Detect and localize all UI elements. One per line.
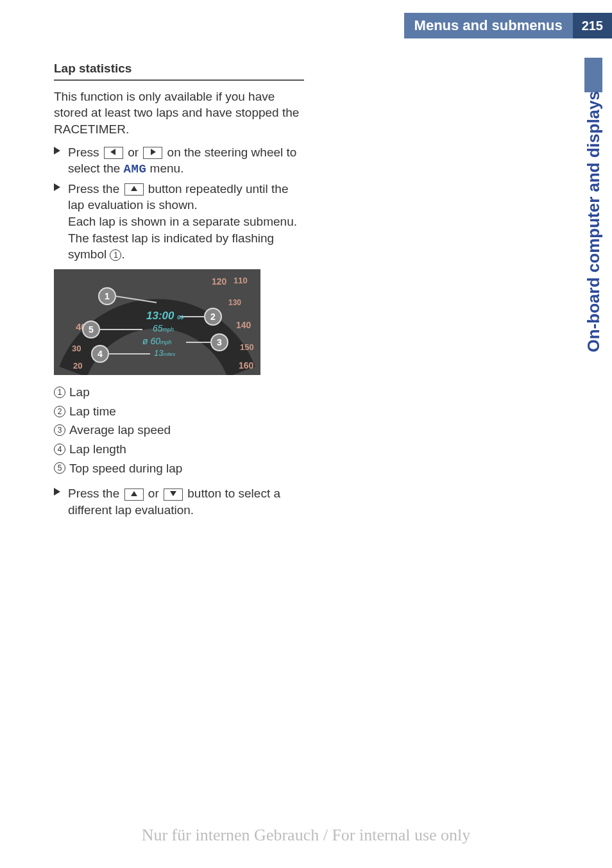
svg-marker-20 [170,491,176,496]
svg-text:1: 1 [105,291,110,301]
step-3-text-a: Press the [68,487,123,500]
down-button-icon [164,488,183,501]
step-1-text-or: or [128,146,142,159]
gauge-svg: 20 30 40 60 110 120 130 140 150 160 1 5 [54,269,260,375]
header-bar: Menus and submenus 215 [0,13,612,38]
up-button-icon [124,488,144,501]
svg-text:5: 5 [89,324,94,335]
scale-150: 150 [240,342,254,352]
step-2-text-a: Press the [68,182,123,196]
legend-label-5: Top speed during lap [69,460,182,477]
circled-4: 4 [54,444,65,455]
scale-130: 130 [228,298,241,307]
legend-item-3: 3Average lap speed [54,421,304,440]
step-1-text-a: Press [68,146,103,159]
scale-110: 110 [234,276,248,285]
arrow-bullet-icon [54,183,60,191]
circled-1: 1 [54,387,65,398]
step-3-text-or: or [148,487,162,500]
circled-2: 2 [54,406,65,417]
arrow-bullet-icon [54,488,60,496]
right-button-icon [143,147,162,159]
lap-statistics-figure: 20 30 40 60 110 120 130 140 150 160 1 5 [54,269,260,375]
step-2-extra-text: Each lap is shown in a separate submenu.… [68,215,297,261]
svg-marker-19 [131,491,137,496]
legend-item-4: 4Lap length [54,440,304,459]
content-column: Lap statistics This function is only ava… [54,60,304,525]
legend-list: 1Lap 2Lap time 3Average lap speed 4Lap l… [54,383,304,478]
svg-marker-1 [151,149,156,155]
arrow-bullet-icon [54,147,60,154]
step-1: Press or on the steering wheel to select… [54,144,304,178]
scale-140: 140 [236,320,251,330]
side-tab-bar [584,58,602,92]
step-2-extra: Each lap is shown in a separate submenu.… [68,213,304,263]
amg-menu-label: AMG [124,162,147,176]
svg-text:4: 4 [98,349,103,359]
scale-30: 30 [72,344,81,353]
left-button-icon [104,147,123,159]
svg-text:2: 2 [210,312,216,322]
watermark: Nur für internen Gebrauch / For internal… [0,826,612,845]
svg-text:3: 3 [217,337,222,347]
circled-1-inline: 1 [110,249,121,261]
legend-label-3: Average lap speed [69,422,171,438]
side-tab: On-board computer and displays [581,58,606,404]
up-button-icon [124,183,144,196]
step-list: Press or on the steering wheel to select… [54,144,304,263]
legend-label-1: Lap [69,384,90,401]
header-title: Menus and submenus [404,13,573,38]
section-heading: Lap statistics [54,60,304,81]
intro-paragraph: This function is only available if you h… [54,88,304,138]
step-1-text-c: menu. [150,162,184,175]
circled-5: 5 [54,462,65,474]
legend-item-2: 2Lap time [54,402,304,421]
scale-20: 20 [73,361,82,371]
svg-marker-2 [131,186,137,191]
step-list-2: Press the or button to select a differen… [54,485,304,518]
circled-3: 3 [54,424,65,436]
step-2-extra-tail: . [121,247,124,261]
page-number: 215 [573,13,612,38]
legend-item-5: 5Top speed during lap [54,459,304,478]
legend-item-1: 1Lap [54,383,304,402]
step-3: Press the or button to select a differen… [54,485,304,518]
step-2: Press the button repeatedly until the la… [54,181,304,263]
scale-120: 120 [212,276,227,287]
legend-label-2: Lap time [69,403,116,420]
svg-marker-0 [110,149,115,155]
scale-160: 160 [239,360,254,371]
legend-label-4: Lap length [69,441,126,458]
side-tab-label: On-board computer and displays [584,91,604,357]
